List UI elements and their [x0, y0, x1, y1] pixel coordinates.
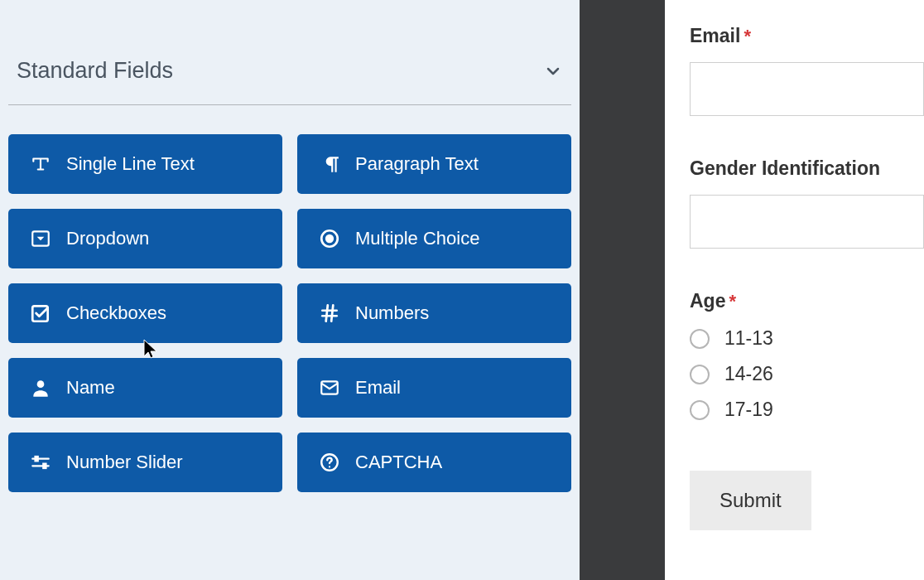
field-numbers[interactable]: Numbers: [297, 283, 571, 343]
gender-input[interactable]: [690, 195, 924, 249]
email-icon: [319, 377, 340, 399]
required-mark: *: [744, 26, 751, 47]
text-icon: [30, 153, 51, 175]
field-label: Numbers: [355, 302, 429, 324]
gender-label: Gender Identification: [690, 157, 924, 180]
radio-item[interactable]: 17-19: [690, 399, 924, 421]
required-mark: *: [729, 291, 736, 312]
email-input[interactable]: [690, 62, 924, 116]
panel-divider: [580, 0, 665, 580]
svg-rect-13: [43, 464, 46, 468]
submit-button[interactable]: Submit: [690, 471, 811, 530]
multiple-choice-icon: [319, 228, 340, 249]
field-name[interactable]: Name: [8, 358, 282, 418]
chevron-down-icon: [543, 61, 563, 81]
form-group-email: Email *: [690, 25, 924, 116]
email-label: Email *: [690, 25, 924, 47]
svg-point-2: [326, 235, 333, 242]
field-multiple-choice[interactable]: Multiple Choice: [297, 209, 571, 268]
dropdown-icon: [30, 228, 51, 249]
svg-line-6: [326, 305, 328, 321]
field-single-line-text[interactable]: Single Line Text: [8, 134, 282, 194]
svg-point-15: [329, 466, 330, 467]
age-radio-group: 11-13 14-26 17-19: [690, 327, 924, 421]
radio-label: 11-13: [724, 327, 773, 350]
form-group-age: Age * 11-13 14-26 17-19: [690, 290, 924, 421]
radio-icon: [690, 400, 710, 420]
fields-sidebar: Standard Fields Single Line Text Paragra…: [0, 0, 580, 580]
svg-rect-3: [32, 306, 47, 321]
radio-item[interactable]: 11-13: [690, 327, 924, 350]
svg-point-8: [37, 380, 45, 388]
slider-icon: [30, 452, 51, 473]
svg-line-7: [331, 305, 333, 321]
radio-icon: [690, 365, 710, 384]
radio-icon: [690, 329, 710, 349]
field-grid: Single Line Text Paragraph Text Dropdown…: [0, 134, 580, 492]
radio-label: 17-19: [724, 399, 773, 421]
field-label: Name: [66, 377, 115, 399]
field-paragraph-text[interactable]: Paragraph Text: [297, 134, 571, 194]
field-dropdown[interactable]: Dropdown: [8, 209, 282, 268]
field-label: Dropdown: [66, 228, 149, 249]
form-group-gender: Gender Identification: [690, 157, 924, 249]
field-label: Multiple Choice: [355, 228, 479, 249]
svg-rect-12: [36, 457, 38, 461]
radio-item[interactable]: 14-26: [690, 363, 924, 385]
field-email[interactable]: Email: [297, 358, 571, 418]
field-label: Single Line Text: [66, 153, 195, 175]
field-label: Email: [355, 377, 401, 399]
field-label: Number Slider: [66, 452, 183, 473]
numbers-icon: [319, 302, 340, 324]
section-header[interactable]: Standard Fields: [8, 0, 571, 105]
section-title: Standard Fields: [17, 58, 173, 84]
checkboxes-icon: [30, 302, 51, 324]
name-icon: [30, 377, 51, 399]
field-captcha[interactable]: CAPTCHA: [297, 433, 571, 492]
field-label: CAPTCHA: [355, 452, 442, 473]
paragraph-icon: [319, 153, 340, 175]
age-label: Age *: [690, 290, 924, 312]
field-label: Paragraph Text: [355, 153, 479, 175]
radio-label: 14-26: [724, 363, 773, 385]
field-checkboxes[interactable]: Checkboxes: [8, 283, 282, 343]
form-preview: Email * Gender Identification Age * 11-1…: [665, 0, 924, 580]
field-label: Checkboxes: [66, 302, 166, 324]
captcha-icon: [319, 452, 340, 473]
field-number-slider[interactable]: Number Slider: [8, 433, 282, 492]
